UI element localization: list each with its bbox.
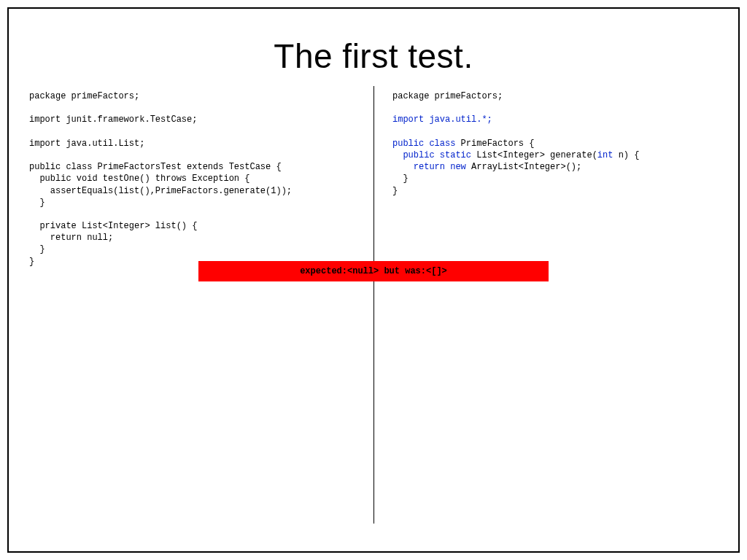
code-keyword: public class <box>392 139 455 149</box>
code-keyword: return new <box>392 162 466 172</box>
right-code-column: package primeFactors; import java.util.*… <box>374 86 738 524</box>
code-text: PrimeFactors { <box>455 139 534 149</box>
error-message: expected:<null> but was:<[]> <box>300 266 447 276</box>
code-keyword: public static <box>392 150 471 160</box>
impl-code: package primeFactors; import java.util.*… <box>392 90 725 197</box>
code-line: public class PrimeFactorsTest extends Te… <box>29 162 282 172</box>
code-line: package primeFactors; <box>392 91 503 101</box>
code-line: import java.util.*; <box>392 114 492 125</box>
error-banner: expected:<null> but was:<[]> <box>198 261 549 281</box>
code-text: n) { <box>613 150 639 160</box>
column-divider <box>374 86 374 524</box>
code-line: private List<Integer> list() { <box>29 221 197 231</box>
code-text: ArrayList<Integer>(); <box>466 162 581 172</box>
slide-title: The first test. <box>9 36 738 76</box>
code-columns: package primeFactors; import junit.frame… <box>9 86 738 524</box>
code-line: } <box>29 257 34 267</box>
code-line: import junit.framework.TestCase; <box>29 114 197 125</box>
slide-frame: The first test. package primeFactors; im… <box>7 7 740 553</box>
code-line: package primeFactors; <box>29 91 139 101</box>
code-line: return null; <box>29 233 113 243</box>
code-text: List<Integer> generate( <box>471 150 597 160</box>
code-line: } <box>392 174 409 184</box>
code-line: } <box>29 244 45 254</box>
code-line: } <box>392 186 398 196</box>
code-line: } <box>29 198 45 208</box>
code-line: import java.util.List; <box>29 139 144 149</box>
code-keyword: int <box>597 150 614 160</box>
test-code: package primeFactors; import junit.frame… <box>29 90 360 268</box>
code-line: assertEquals(list(),PrimeFactors.generat… <box>29 186 292 196</box>
left-code-column: package primeFactors; import junit.frame… <box>9 86 374 524</box>
code-line: public void testOne() throws Exception { <box>29 174 249 184</box>
